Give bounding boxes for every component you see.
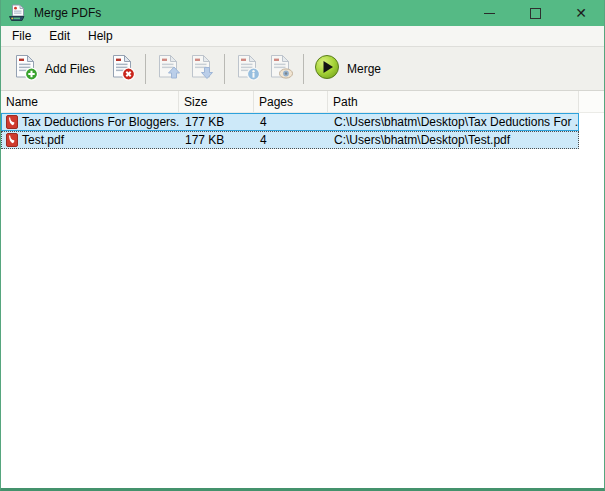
add-files-icon xyxy=(12,54,39,84)
menu-help[interactable]: Help xyxy=(79,26,122,46)
move-up-button[interactable] xyxy=(152,52,185,86)
window-controls: ✕ xyxy=(466,0,604,26)
add-files-button[interactable]: Add Files xyxy=(9,52,98,86)
file-path: C:\Users\bhatm\Desktop\Tax Deductions Fo… xyxy=(329,115,579,129)
pdf-file-icon xyxy=(6,115,18,129)
toolbar-separator xyxy=(224,54,225,84)
toolbar-separator xyxy=(145,54,146,84)
preview-icon xyxy=(267,54,294,84)
file-size: 177 KB xyxy=(180,115,255,129)
merge-label: Merge xyxy=(347,62,381,76)
preview-button[interactable] xyxy=(264,52,297,86)
move-up-icon xyxy=(155,54,182,84)
app-icon xyxy=(8,4,26,22)
file-name: Tax Deductions For Bloggers... xyxy=(22,115,180,129)
file-info-icon xyxy=(234,54,261,84)
column-header-size[interactable]: Size xyxy=(179,91,254,112)
menu-file[interactable]: File xyxy=(3,26,40,46)
column-header-path[interactable]: Path xyxy=(328,91,579,112)
column-header-name[interactable]: Name xyxy=(1,91,179,112)
app-window: Merge PDFs ✕ File Edit Help xyxy=(0,0,605,491)
file-pages: 4 xyxy=(255,115,329,129)
menu-edit[interactable]: Edit xyxy=(40,26,79,46)
merge-play-icon xyxy=(313,53,341,84)
file-list[interactable]: Tax Deductions For Bloggers... 177 KB 4 … xyxy=(1,113,604,488)
add-files-label: Add Files xyxy=(45,62,95,76)
file-info-button[interactable] xyxy=(231,52,264,86)
menubar: File Edit Help xyxy=(1,26,604,47)
titlebar: Merge PDFs ✕ xyxy=(1,0,604,26)
close-button[interactable]: ✕ xyxy=(558,0,604,26)
minimize-button[interactable] xyxy=(466,0,512,26)
column-header-filler xyxy=(579,91,604,112)
file-size: 177 KB xyxy=(180,133,255,147)
merge-button[interactable]: Merge xyxy=(310,51,384,86)
toolbar: Add Files xyxy=(1,47,604,91)
move-down-button[interactable] xyxy=(185,52,218,86)
pdf-file-icon xyxy=(6,133,18,147)
minimize-icon xyxy=(484,13,495,14)
toolbar-separator xyxy=(303,54,304,84)
file-name: Test.pdf xyxy=(22,133,64,147)
column-header-pages[interactable]: Pages xyxy=(254,91,328,112)
table-row[interactable]: Tax Deductions For Bloggers... 177 KB 4 … xyxy=(1,113,579,131)
table-row[interactable]: Test.pdf 177 KB 4 C:\Users\bhatm\Desktop… xyxy=(1,131,579,149)
maximize-button[interactable] xyxy=(512,0,558,26)
remove-file-icon xyxy=(109,54,136,84)
close-icon: ✕ xyxy=(575,6,587,20)
window-title: Merge PDFs xyxy=(34,6,101,20)
remove-file-button[interactable] xyxy=(106,52,139,86)
maximize-icon xyxy=(530,8,541,19)
file-pages: 4 xyxy=(255,133,329,147)
file-path: C:\Users\bhatm\Desktop\Test.pdf xyxy=(329,133,579,147)
list-header: Name Size Pages Path xyxy=(1,91,604,113)
move-down-icon xyxy=(188,54,215,84)
